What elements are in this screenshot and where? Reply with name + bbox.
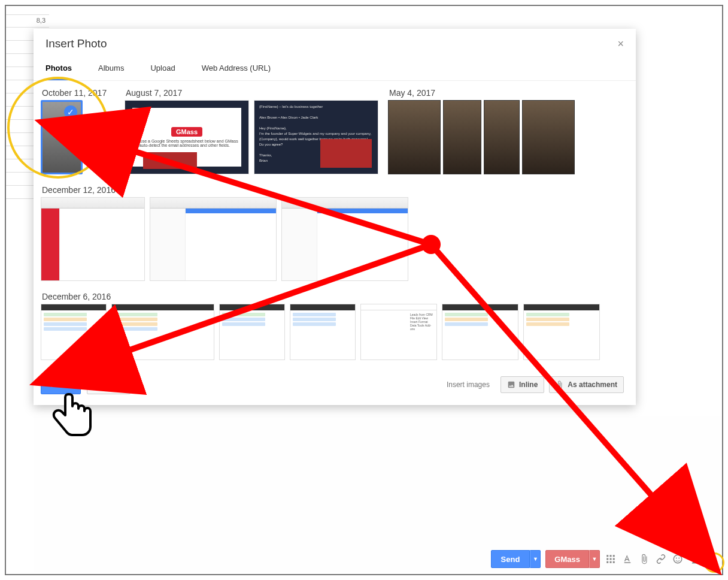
gmass-button[interactable]: GMass — [545, 550, 589, 568]
selection-check-icon: ✓ — [64, 105, 77, 119]
photo-scroll-area[interactable]: October 11, 2017 ✓ August 7, 2017 GMass … — [34, 81, 636, 367]
tab-upload[interactable]: Upload — [150, 59, 175, 80]
photo-thumb[interactable] — [219, 304, 285, 360]
photo-group-may4: May 4, 2017 — [388, 84, 629, 174]
attachment-label: As attachment — [568, 380, 617, 389]
svg-rect-4 — [610, 558, 612, 560]
svg-rect-1 — [610, 555, 612, 557]
photo-group-oct11: October 11, 2017 ✓ — [41, 84, 119, 174]
photo-thumb[interactable] — [111, 304, 214, 360]
photo-thumb[interactable] — [41, 197, 145, 281]
bg-row: 8,3 — [6, 14, 49, 28]
emoji-icon[interactable] — [672, 553, 684, 565]
group-date: December 6, 2016 — [42, 292, 629, 301]
group-date: May 4, 2017 — [389, 88, 629, 98]
photo-thumb[interactable] — [523, 304, 600, 360]
inline-label: Inline — [519, 380, 538, 389]
insert-images-label: Insert images — [447, 380, 490, 389]
gmass-button-group: GMass ▼ — [545, 550, 600, 568]
photo-group-dec12: December 12, 2016 — [41, 182, 629, 281]
svg-rect-3 — [606, 558, 608, 560]
photo-thumb[interactable] — [41, 304, 107, 360]
gmass-dropdown[interactable]: ▼ — [589, 550, 600, 568]
tab-albums[interactable]: Albums — [98, 59, 124, 80]
link-icon[interactable] — [655, 553, 667, 565]
group-date: August 7, 2017 — [126, 88, 382, 98]
dialog-footer: Insert Cancel Insert images Inline As at… — [34, 367, 636, 405]
photo-thumb[interactable]: {FirstName} – let's do business together… — [254, 100, 378, 174]
group-date: December 12, 2016 — [42, 185, 629, 195]
background-panel — [34, 416, 722, 572]
tab-web-url[interactable]: Web Address (URL) — [202, 59, 271, 80]
formatting-icon[interactable] — [605, 553, 617, 565]
photo-thumb[interactable] — [388, 100, 441, 174]
dialog-title: Insert Photo — [46, 37, 107, 50]
dialog-tabs: Photos Albums Upload Web Address (URL) — [34, 56, 636, 81]
dialog-header: Insert Photo × — [34, 29, 636, 56]
photo-group-dec6: December 6, 2016 Leads from CRMFile Edit… — [41, 288, 629, 360]
photo-thumb[interactable]: Leads from CRMFile Edit View Insert Form… — [360, 304, 437, 360]
send-dropdown[interactable]: ▼ — [530, 550, 541, 568]
image-icon — [507, 380, 515, 389]
compose-toolbar: Send ▼ GMass ▼ — [491, 550, 717, 568]
send-button[interactable]: Send — [491, 550, 530, 568]
gmass-badge: GMass — [171, 127, 202, 137]
photo-group-aug7: August 7, 2017 GMass Choose a Google She… — [125, 84, 382, 174]
cancel-button[interactable]: Cancel — [87, 375, 131, 394]
send-button-group: Send ▼ — [491, 550, 541, 568]
insert-button[interactable]: Insert — [41, 375, 81, 394]
photo-row-1: October 11, 2017 ✓ August 7, 2017 GMass … — [41, 84, 629, 174]
attach-icon[interactable] — [638, 553, 650, 565]
photo-thumb[interactable] — [150, 197, 277, 281]
font-format-icon[interactable] — [621, 553, 633, 565]
footer-right: Insert images Inline As attachment — [447, 376, 624, 393]
svg-rect-8 — [613, 561, 615, 563]
svg-rect-7 — [610, 561, 612, 563]
svg-rect-6 — [606, 561, 608, 563]
photo-thumb[interactable] — [281, 197, 408, 281]
footer-left: Insert Cancel — [41, 375, 131, 394]
tab-photos[interactable]: Photos — [46, 59, 72, 80]
svg-rect-0 — [606, 555, 608, 557]
insert-photo-dialog: Insert Photo × Photos Albums Upload Web … — [34, 29, 636, 405]
attachment-chip[interactable]: As attachment — [549, 376, 624, 393]
photo-thumb[interactable] — [290, 304, 356, 360]
close-button[interactable]: × — [617, 38, 624, 50]
photo-thumb[interactable] — [442, 304, 518, 360]
attach-icon — [556, 380, 564, 389]
photo-thumb[interactable] — [484, 100, 520, 174]
svg-rect-9 — [624, 562, 631, 563]
drive-icon[interactable] — [688, 553, 700, 565]
photo-thumb[interactable] — [443, 100, 481, 174]
inline-chip[interactable]: Inline — [500, 376, 544, 393]
svg-rect-5 — [613, 558, 615, 560]
photo-thumb[interactable] — [522, 100, 575, 174]
photo-thumb-selected[interactable]: ✓ — [41, 100, 83, 174]
insert-photo-icon[interactable] — [705, 553, 717, 565]
svg-point-12 — [678, 558, 680, 559]
photo-thumb[interactable]: GMass Choose a Google Sheets spreadsheet… — [125, 100, 249, 174]
svg-point-11 — [676, 558, 677, 559]
svg-rect-2 — [613, 555, 615, 557]
svg-point-10 — [674, 555, 682, 563]
group-date: October 11, 2017 — [42, 88, 119, 98]
